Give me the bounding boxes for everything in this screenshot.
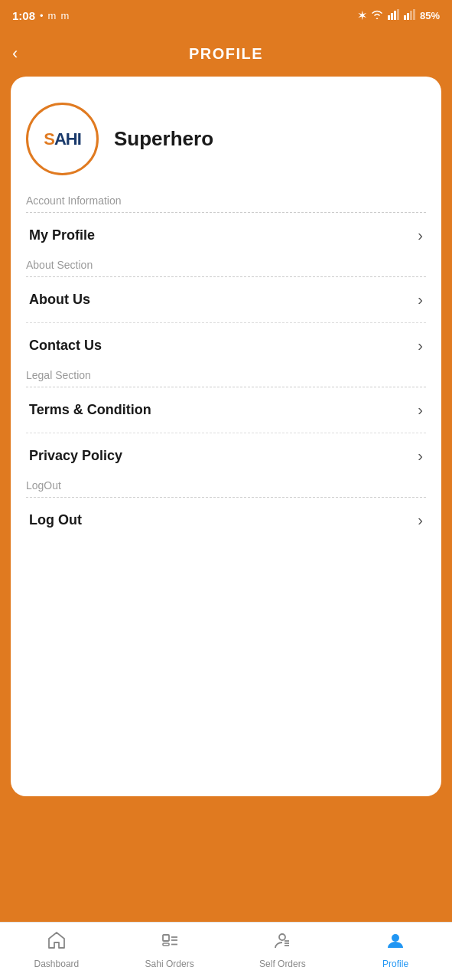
page-title: PROFILE — [189, 45, 263, 63]
terms-chevron: › — [418, 401, 423, 419]
contact-us-chevron: › — [418, 337, 423, 354]
self-orders-icon — [272, 930, 292, 956]
profile-nav-label: Profile — [382, 959, 408, 969]
about-us-item[interactable]: About Us › — [26, 277, 426, 323]
contact-us-label: Contact Us — [29, 338, 102, 354]
sim2-icon: m — [60, 10, 69, 21]
status-right: ✶ 85% — [358, 9, 440, 22]
content-wrapper: SAHI Superhero Account Information My Pr… — [0, 77, 452, 922]
logout-item[interactable]: Log Out › — [26, 498, 426, 543]
nav-sahi-orders[interactable]: Sahi Orders — [143, 930, 197, 969]
svg-rect-2 — [394, 11, 396, 20]
dashboard-nav-label: Dashboard — [34, 959, 80, 969]
svg-point-17 — [392, 934, 399, 942]
sim-icon: m — [48, 10, 57, 21]
svg-rect-3 — [397, 9, 399, 20]
privacy-label: Privacy Policy — [29, 448, 122, 464]
terms-label: Terms & Condition — [29, 402, 151, 418]
profile-card: SAHI Superhero Account Information My Pr… — [11, 77, 441, 796]
status-time: 1:08 — [12, 9, 35, 22]
contact-us-item[interactable]: Contact Us › — [26, 323, 426, 368]
nav-self-orders[interactable]: Self Orders — [255, 930, 309, 969]
dashboard-icon — [47, 930, 67, 956]
nav-profile[interactable]: Profile — [369, 930, 422, 969]
avatar: SAHI — [26, 103, 99, 175]
my-profile-item[interactable]: My Profile › — [26, 213, 426, 258]
section-account-label: Account Information — [26, 194, 122, 207]
user-info: SAHI Superhero — [26, 95, 426, 194]
battery-text: 85% — [420, 10, 440, 21]
svg-point-13 — [279, 934, 285, 940]
profile-icon — [385, 930, 405, 956]
sahi-orders-icon — [160, 930, 180, 956]
logout-chevron: › — [418, 511, 423, 529]
back-button[interactable]: ‹ — [12, 44, 18, 64]
svg-rect-0 — [388, 15, 390, 20]
about-us-label: About Us — [29, 292, 90, 308]
svg-rect-6 — [410, 11, 412, 20]
signal-icon — [388, 9, 400, 22]
my-profile-chevron: › — [418, 227, 423, 244]
privacy-chevron: › — [418, 447, 423, 465]
wifi-icon: • — [40, 10, 44, 21]
about-us-chevron: › — [418, 291, 423, 309]
svg-rect-4 — [404, 15, 406, 20]
status-bar: 1:08 • m m ✶ — [0, 0, 452, 31]
status-left: 1:08 • m m — [12, 9, 69, 22]
section-about-label: About Section — [26, 259, 93, 271]
logout-label: Log Out — [29, 512, 82, 528]
section-legal-label: Legal Section — [26, 369, 91, 381]
section-legal: Legal Section Terms & Condition › Privac… — [26, 368, 426, 479]
header: ‹ PROFILE — [0, 31, 452, 77]
svg-rect-5 — [407, 13, 409, 20]
my-profile-label: My Profile — [29, 227, 95, 243]
bottom-nav: Dashboard Sahi Orders Self Orders — [0, 922, 452, 980]
svg-rect-1 — [391, 13, 393, 20]
signal2-icon — [404, 9, 416, 22]
section-about: About Section About Us › Contact Us › — [26, 258, 426, 368]
terms-item[interactable]: Terms & Condition › — [26, 387, 426, 433]
section-account: Account Information My Profile › — [26, 194, 426, 258]
privacy-item[interactable]: Privacy Policy › — [26, 433, 426, 479]
section-logout-label: LogOut — [26, 479, 61, 492]
avatar-logo: SAHI — [44, 129, 81, 149]
svg-rect-11 — [163, 943, 169, 946]
svg-rect-7 — [413, 9, 415, 20]
self-orders-nav-label: Self Orders — [259, 959, 306, 969]
section-logout: LogOut Log Out › — [26, 479, 426, 543]
sahi-orders-nav-label: Sahi Orders — [145, 959, 194, 969]
nav-dashboard[interactable]: Dashboard — [30, 930, 83, 969]
wifi-signal-icon — [370, 9, 384, 22]
user-name: Superhero — [114, 127, 213, 151]
svg-rect-8 — [163, 935, 169, 941]
bluetooth-icon: ✶ — [358, 10, 366, 21]
